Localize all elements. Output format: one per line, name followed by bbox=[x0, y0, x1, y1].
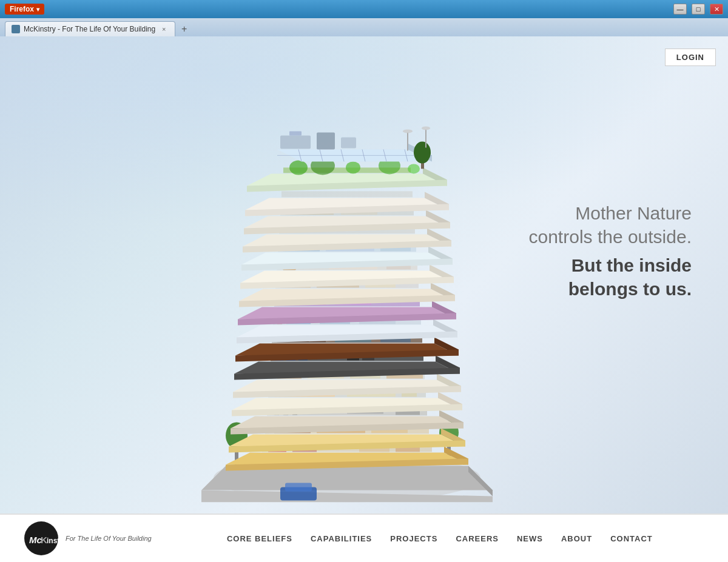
svg-point-125 bbox=[408, 164, 420, 173]
building-illustration bbox=[177, 65, 517, 502]
svg-point-140 bbox=[414, 141, 431, 163]
svg-text:instry: instry bbox=[47, 537, 58, 545]
maximize-button[interactable]: □ bbox=[692, 4, 705, 15]
tab-title: McKinstry - For The Life Of Your Buildin… bbox=[24, 25, 155, 33]
svg-point-144 bbox=[422, 126, 430, 130]
nav-careers[interactable]: CAREERS bbox=[456, 534, 499, 543]
building-svg bbox=[177, 65, 517, 502]
hero-tagline: Mother Naturecontrols the outside. But t… bbox=[529, 201, 692, 301]
svg-rect-9 bbox=[285, 483, 312, 491]
login-button[interactable]: LOGIN bbox=[665, 49, 716, 66]
nav-capabilities[interactable]: CAPABILITIES bbox=[311, 534, 372, 543]
nav-core-beliefs[interactable]: CORE BELIEFS bbox=[227, 534, 292, 543]
tab-bar: McKinstry - For The Life Of Your Buildin… bbox=[0, 18, 728, 36]
svg-rect-135 bbox=[280, 135, 311, 149]
hero-section: LOGIN bbox=[0, 36, 728, 513]
nav-about[interactable]: ABOUT bbox=[561, 534, 592, 543]
close-button[interactable]: ✕ bbox=[710, 4, 723, 15]
footer-nav: CORE BELIEFS CAPABILITIES PROJECTS CAREE… bbox=[176, 534, 704, 543]
footer-logo: Mc K instry For The Life Of Your Buildin… bbox=[24, 521, 152, 555]
minimize-button[interactable]: — bbox=[673, 4, 687, 15]
firefox-label: Firefox bbox=[10, 5, 34, 13]
nav-news[interactable]: NEWS bbox=[517, 534, 543, 543]
browser-tab[interactable]: McKinstry - For The Life Of Your Buildin… bbox=[5, 21, 175, 36]
svg-rect-137 bbox=[317, 132, 335, 149]
firefox-menu[interactable]: Firefox bbox=[5, 4, 44, 15]
nav-contact[interactable]: CONTACT bbox=[610, 534, 653, 543]
site-wrapper: LOGIN bbox=[0, 36, 728, 562]
svg-point-123 bbox=[346, 161, 360, 173]
tab-favicon bbox=[12, 25, 20, 33]
svg-point-121 bbox=[289, 160, 308, 175]
svg-rect-116 bbox=[281, 191, 413, 197]
svg-rect-138 bbox=[341, 137, 356, 148]
svg-rect-136 bbox=[289, 131, 302, 135]
tab-close-button[interactable]: × bbox=[159, 24, 169, 34]
new-tab-button[interactable]: + bbox=[177, 21, 192, 36]
title-bar: Firefox — □ ✕ bbox=[0, 0, 728, 18]
browser-content: LOGIN bbox=[0, 36, 728, 562]
footer: Mc K instry For The Life Of Your Buildin… bbox=[0, 513, 728, 562]
nav-projects[interactable]: PROJECTS bbox=[390, 534, 437, 543]
logo-tagline: For The Life Of Your Building bbox=[66, 535, 152, 542]
tagline-light: Mother Naturecontrols the outside. bbox=[529, 201, 692, 249]
logo-circle: Mc K instry bbox=[24, 521, 58, 555]
svg-point-142 bbox=[403, 129, 413, 133]
tagline-bold: But the insidebelongs to us. bbox=[529, 253, 692, 301]
